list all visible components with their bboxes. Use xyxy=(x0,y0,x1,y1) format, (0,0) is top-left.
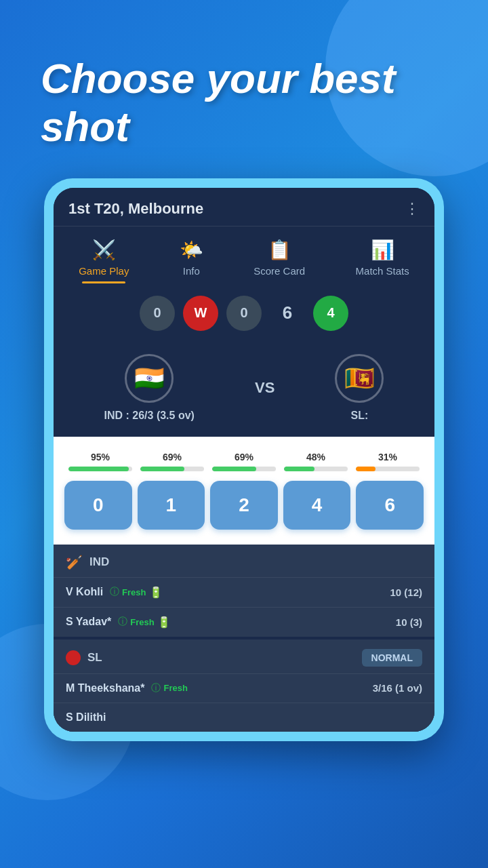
shot-pct-4: 48% xyxy=(306,452,325,462)
sl-header-left: SL xyxy=(66,650,102,665)
yadav-status: ⓘ Fresh 🔋 xyxy=(118,616,170,629)
shot-pct-1: 69% xyxy=(163,452,182,462)
theekshana-status: ⓘ Fresh xyxy=(151,682,187,694)
player-row-theekshana: M Theekshana* ⓘ Fresh 3/16 (1 ov) xyxy=(54,673,434,703)
sl-flag: 🇱🇰 xyxy=(335,354,384,403)
sl-score: SL: xyxy=(351,410,369,422)
shot-btn-6[interactable]: 6 xyxy=(356,481,424,530)
kohli-name: V Kohli xyxy=(66,586,103,598)
fresh-icon-3: ⓘ xyxy=(151,682,161,694)
ball-6: 6 xyxy=(270,296,305,331)
shot-pct-6: 31% xyxy=(378,452,397,462)
sl-dot xyxy=(66,650,81,665)
shot-bar-1 xyxy=(140,467,184,471)
fresh-icon-1: ⓘ xyxy=(110,586,119,598)
shot-pct-0: 95% xyxy=(91,452,110,462)
yadav-fresh: Fresh xyxy=(130,617,154,627)
matchstats-icon: 📊 xyxy=(371,239,394,261)
shot-btn-1[interactable]: 1 xyxy=(138,481,205,530)
cricket-bat-icon: 🏏 xyxy=(66,554,83,570)
theekshana-score: 3/16 (1 ov) xyxy=(373,682,422,694)
shot-bar-0 xyxy=(68,467,129,471)
theekshana-name: M Theekshana* xyxy=(66,682,144,694)
shot-btn-0[interactable]: 0 xyxy=(64,481,132,530)
shot-bar-bg-4 xyxy=(284,467,348,471)
tab-gameplay[interactable]: ⚔️ Game Play xyxy=(68,233,140,283)
ball-4: 4 xyxy=(313,296,348,331)
player-row-dilithi: S Dilithi xyxy=(54,703,434,732)
ball-w: W xyxy=(183,296,218,331)
phone-mockup: 1st T20, Melbourne ⋮ ⚔️ Game Play 🌤️ Inf… xyxy=(44,178,444,741)
shot-bar-bg-6 xyxy=(356,467,420,471)
ind-flag: 🇮🇳 xyxy=(125,354,174,403)
kohli-left: V Kohli ⓘ Fresh 🔋 xyxy=(66,586,163,599)
dilithi-name: S Dilithi xyxy=(66,711,106,724)
tab-info[interactable]: 🌤️ Info xyxy=(169,233,214,283)
shot-bar-bg-2 xyxy=(212,467,276,471)
normal-badge[interactable]: NORMAL xyxy=(362,649,422,667)
battery-icon-1: 🔋 xyxy=(149,586,163,599)
phone-screen: 1st T20, Melbourne ⋮ ⚔️ Game Play 🌤️ Inf… xyxy=(54,188,434,732)
theekshana-left: M Theekshana* ⓘ Fresh xyxy=(66,682,188,694)
ind-team-header: 🏏 IND xyxy=(54,545,434,577)
ball-0b: 0 xyxy=(226,296,262,331)
sl-section: SL NORMAL M Theekshana* ⓘ Fresh 3/16 (1 … xyxy=(54,639,434,732)
nav-tabs: ⚔️ Game Play 🌤️ Info 📋 Score Card 📊 Matc… xyxy=(54,226,434,283)
ball-0: 0 xyxy=(140,296,175,331)
shot-btn-4[interactable]: 4 xyxy=(283,481,351,530)
shot-percentages: 95% 69% 69% xyxy=(64,452,424,471)
fresh-icon-2: ⓘ xyxy=(118,616,127,628)
match-title: 1st T20, Melbourne xyxy=(68,200,203,218)
theekshana-fresh: Fresh xyxy=(163,683,187,693)
shot-btn-2[interactable]: 2 xyxy=(210,481,278,530)
yadav-name: S Yadav* xyxy=(66,616,111,628)
gameplay-icon: ⚔️ xyxy=(92,239,116,261)
ind-section: 🏏 IND V Kohli ⓘ Fresh 🔋 10 (12) S Yadav* xyxy=(54,545,434,637)
sl-team-header: SL NORMAL xyxy=(54,639,434,673)
shot-bar-4 xyxy=(284,467,314,471)
match-header: 1st T20, Melbourne ⋮ xyxy=(54,188,434,226)
tab-scorecard[interactable]: 📋 Score Card xyxy=(243,233,316,283)
info-icon: 🌤️ xyxy=(180,239,203,261)
shot-bar-2 xyxy=(212,467,256,471)
kohli-score: 10 (12) xyxy=(390,587,422,598)
score-balls-row: 0 W 0 6 4 xyxy=(54,283,434,340)
player-row-kohli: V Kohli ⓘ Fresh 🔋 10 (12) xyxy=(54,577,434,607)
shot-col-4: 48% xyxy=(280,452,352,471)
shot-bar-6 xyxy=(356,467,375,471)
match-vs-section: 🇮🇳 IND : 26/3 (3.5 ov) VS 🇱🇰 SL: xyxy=(54,340,434,437)
ind-team-name: IND xyxy=(89,555,109,569)
tab-matchstats[interactable]: 📊 Match Stats xyxy=(345,233,420,283)
shot-bar-bg-1 xyxy=(140,467,204,471)
info-label: Info xyxy=(183,265,200,277)
matchstats-label: Match Stats xyxy=(356,265,409,277)
kohli-status: ⓘ Fresh 🔋 xyxy=(110,586,162,599)
dilithi-left: S Dilithi xyxy=(66,711,106,724)
shot-col-0: 95% xyxy=(64,452,136,471)
battery-icon-2: 🔋 xyxy=(157,616,171,629)
scorecard-icon: 📋 xyxy=(268,239,291,261)
shot-section: 95% 69% 69% xyxy=(54,437,434,545)
shot-bar-bg-0 xyxy=(68,467,132,471)
hero-title: Choose your best shot xyxy=(0,0,488,178)
gameplay-label: Game Play xyxy=(79,265,129,277)
player-row-yadav: S Yadav* ⓘ Fresh 🔋 10 (3) xyxy=(54,607,434,637)
shot-col-2: 69% xyxy=(208,452,280,471)
ind-score: IND : 26/3 (3.5 ov) xyxy=(104,410,195,422)
shot-pct-2: 69% xyxy=(235,452,253,462)
yadav-left: S Yadav* ⓘ Fresh 🔋 xyxy=(66,616,171,629)
shot-col-6: 31% xyxy=(352,452,424,471)
sl-team-name: SL xyxy=(87,651,102,665)
more-menu-icon[interactable]: ⋮ xyxy=(405,200,420,218)
scorecard-label: Score Card xyxy=(253,265,305,277)
team2-block: 🇱🇰 SL: xyxy=(335,354,384,422)
shot-buttons: 0 1 2 4 6 xyxy=(64,481,424,530)
kohli-fresh: Fresh xyxy=(122,587,146,597)
shot-col-1: 69% xyxy=(136,452,208,471)
vs-label: VS xyxy=(255,379,274,397)
team1-block: 🇮🇳 IND : 26/3 (3.5 ov) xyxy=(104,354,195,422)
yadav-score: 10 (3) xyxy=(396,616,422,628)
